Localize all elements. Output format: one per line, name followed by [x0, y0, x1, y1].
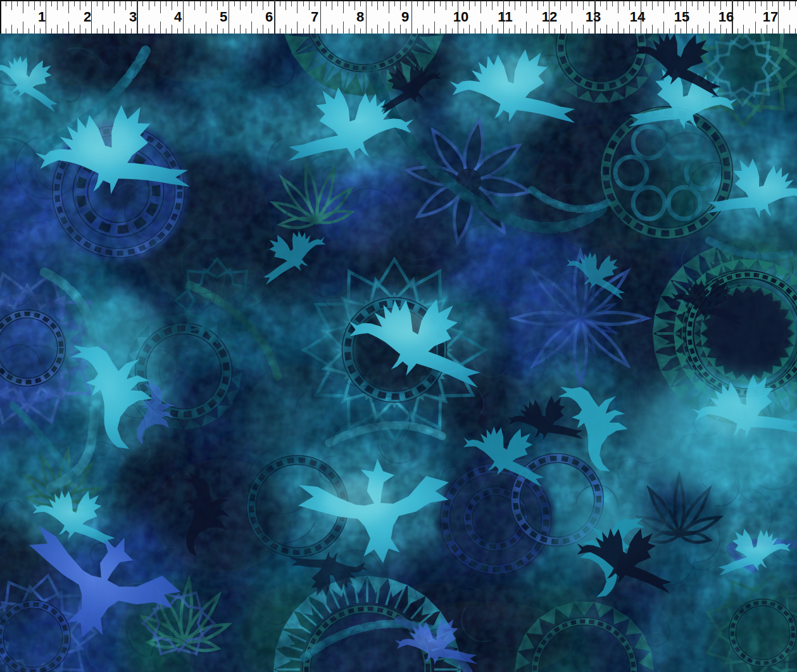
svg-text:7: 7 [311, 9, 318, 25]
svg-text:12: 12 [542, 9, 557, 25]
svg-text:10: 10 [453, 9, 468, 25]
svg-text:5: 5 [220, 9, 227, 25]
svg-text:9: 9 [401, 9, 409, 25]
svg-text:15: 15 [674, 9, 689, 25]
svg-text:8: 8 [356, 9, 364, 25]
svg-text:13: 13 [586, 9, 601, 25]
svg-text:11: 11 [498, 9, 512, 25]
svg-text:17: 17 [763, 9, 778, 25]
svg-text:3: 3 [129, 9, 137, 25]
svg-text:14: 14 [630, 9, 646, 25]
svg-text:6: 6 [265, 9, 273, 25]
svg-text:16: 16 [719, 9, 734, 25]
svg-text:2: 2 [84, 9, 91, 25]
svg-text:4: 4 [174, 9, 182, 25]
svg-text:1: 1 [38, 9, 46, 25]
